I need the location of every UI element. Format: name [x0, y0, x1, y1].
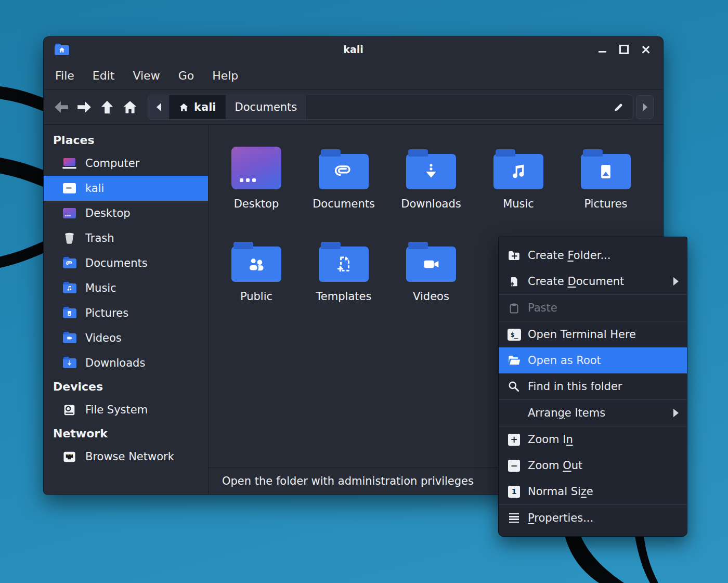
breadcrumb-kali[interactable]: kali	[170, 95, 226, 119]
menu-item-label: Properties...	[528, 512, 593, 524]
videos-folder-icon	[406, 247, 456, 282]
search-icon	[507, 380, 521, 393]
up-button[interactable]	[96, 96, 119, 119]
menu-edit[interactable]: Edit	[93, 69, 115, 82]
path-bar: kali Documents	[148, 95, 633, 120]
sidebar-item-documents[interactable]: Documents	[44, 251, 208, 276]
file-label: Templates	[316, 290, 372, 303]
file-item-pictures[interactable]: Pictures	[562, 139, 649, 232]
home-button[interactable]	[119, 96, 141, 119]
sidebar-header-devices: Devices	[44, 375, 208, 397]
sidebar-item-label: Documents	[85, 257, 148, 269]
menu-item-normal-size[interactable]: 1 Normal Size	[499, 478, 687, 504]
file-item-videos[interactable]: Videos	[387, 232, 475, 325]
context-menu: Create Folder... Create Document Paste $…	[498, 237, 687, 537]
close-icon	[642, 45, 650, 54]
menu-file[interactable]: File	[55, 69, 74, 82]
drive-icon	[62, 404, 76, 416]
menu-item-paste[interactable]: Paste	[499, 295, 687, 321]
normal-size-icon: 1	[507, 485, 521, 498]
menu-item-open-terminal-here[interactable]: $_ Open Terminal Here	[499, 321, 687, 347]
sidebar-header-places: Places	[44, 129, 208, 151]
menu-view[interactable]: View	[133, 69, 160, 82]
computer-icon	[62, 157, 76, 170]
file-item-public[interactable]: Public	[213, 232, 300, 325]
sidebar-item-kali[interactable]: kali	[44, 176, 208, 201]
edit-path-pencil-icon[interactable]	[613, 101, 625, 113]
sidebar-item-computer[interactable]: Computer	[44, 151, 208, 176]
path-empty-area[interactable]	[307, 95, 633, 119]
documents-folder-icon	[319, 154, 369, 189]
submenu-arrow-icon	[673, 409, 679, 417]
file-item-documents[interactable]: Documents	[300, 139, 387, 232]
terminal-icon: $_	[507, 328, 521, 341]
no-icon	[507, 406, 521, 420]
folder-new-icon	[507, 249, 521, 262]
menu-item-create-document[interactable]: Create Document	[499, 268, 687, 294]
menu-item-label: Normal Size	[528, 485, 593, 498]
chevron-left-icon	[157, 103, 161, 111]
sidebar-item-music[interactable]: Music	[44, 276, 208, 301]
menu-item-create-folder[interactable]: Create Folder...	[499, 242, 687, 268]
trash-icon	[62, 232, 76, 244]
file-label: Documents	[313, 198, 375, 210]
minimize-icon	[599, 51, 606, 53]
menu-item-zoom-in[interactable]: + Zoom In	[499, 426, 687, 452]
sidebar-item-browse-network[interactable]: Browse Network	[44, 444, 208, 469]
sidebar-item-pictures[interactable]: Pictures	[44, 301, 208, 326]
window-title: kali	[44, 44, 663, 55]
home-folder-icon	[62, 182, 76, 195]
menu-item-label: Open as Root	[528, 354, 601, 367]
menu-help[interactable]: Help	[212, 69, 238, 82]
back-button[interactable]	[50, 96, 73, 119]
menu-item-arrange-items[interactable]: Arrange Items	[499, 400, 687, 426]
sidebar-item-label: Computer	[85, 157, 139, 170]
menu-item-label: Paste	[528, 302, 557, 314]
minimize-button[interactable]	[594, 42, 610, 57]
up-icon	[99, 99, 115, 115]
maximize-button[interactable]	[616, 42, 632, 57]
path-scroll-left-button[interactable]	[148, 95, 170, 119]
submenu-arrow-icon	[673, 277, 679, 286]
sidebar: Places Computer kali Desktop Trash	[44, 125, 209, 494]
menu-item-label: Find in this folder	[528, 380, 622, 393]
home-icon	[179, 102, 189, 112]
menu-item-properties[interactable]: Properties...	[499, 505, 687, 531]
menu-item-find-in-this-folder[interactable]: Find in this folder	[499, 373, 687, 399]
titlebar[interactable]: kali	[44, 37, 663, 62]
file-label: Downloads	[401, 198, 461, 210]
downloads-folder-icon	[406, 154, 456, 189]
toolbar: kali Documents	[44, 90, 663, 125]
network-icon	[62, 450, 76, 463]
menu-item-label: Arrange Items	[528, 407, 605, 419]
sidebar-item-file-system[interactable]: File System	[44, 397, 208, 422]
file-item-desktop[interactable]: Desktop	[213, 139, 300, 232]
sidebar-header-network: Network	[44, 422, 208, 444]
paste-icon	[507, 301, 521, 315]
sidebar-item-label: Desktop	[85, 207, 131, 219]
back-icon	[54, 99, 69, 115]
menu-item-zoom-out[interactable]: − Zoom Out	[499, 452, 687, 478]
menu-item-label: Create Document	[528, 275, 624, 288]
folder-music-icon	[62, 282, 76, 294]
desktop-folder-icon	[231, 147, 281, 189]
close-button[interactable]	[638, 42, 654, 57]
folder-documents-icon	[62, 257, 76, 269]
sidebar-item-desktop[interactable]: Desktop	[44, 201, 208, 226]
desktop-icon	[62, 207, 76, 219]
forward-button[interactable]	[73, 96, 96, 119]
menu-go[interactable]: Go	[178, 69, 194, 82]
file-item-music[interactable]: Music	[475, 139, 562, 232]
sidebar-item-label: Trash	[85, 232, 114, 244]
sidebar-item-trash[interactable]: Trash	[44, 226, 208, 251]
chevron-right-icon	[643, 103, 647, 111]
maximize-icon	[619, 45, 629, 54]
path-scroll-right-button[interactable]	[636, 95, 654, 119]
file-item-templates[interactable]: Templates	[300, 232, 387, 325]
sidebar-item-videos[interactable]: Videos	[44, 326, 208, 351]
file-item-downloads[interactable]: Downloads	[387, 139, 475, 232]
breadcrumb-label: kali	[194, 101, 216, 113]
menu-item-open-as-root[interactable]: Open as Root	[499, 347, 687, 373]
breadcrumb-documents[interactable]: Documents	[226, 95, 307, 119]
sidebar-item-downloads[interactable]: Downloads	[44, 351, 208, 375]
